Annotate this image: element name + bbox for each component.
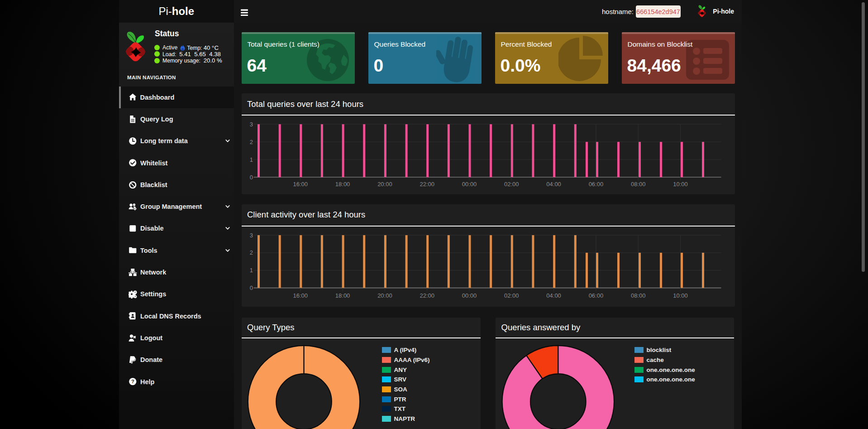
- svg-text:00:00: 00:00: [462, 292, 477, 299]
- svg-text:16:00: 16:00: [293, 181, 308, 188]
- svg-text:06:00: 06:00: [588, 181, 603, 188]
- svg-text:22:00: 22:00: [420, 181, 434, 188]
- svg-text:20:00: 20:00: [377, 181, 392, 188]
- svg-text:08:00: 08:00: [630, 292, 645, 299]
- svg-text:0: 0: [249, 174, 253, 181]
- svg-text:08:00: 08:00: [630, 181, 645, 188]
- svg-text:2: 2: [249, 249, 253, 256]
- svg-text:04:00: 04:00: [546, 292, 561, 299]
- svg-text:18:00: 18:00: [335, 292, 350, 299]
- svg-text:3: 3: [249, 231, 253, 238]
- svg-text:?: ?: [131, 379, 134, 384]
- svg-text:18:00: 18:00: [335, 181, 350, 188]
- svg-text:00:00: 00:00: [462, 181, 477, 188]
- svg-text:1: 1: [249, 267, 253, 274]
- svg-text:1: 1: [249, 156, 253, 163]
- svg-text:10:00: 10:00: [673, 292, 688, 299]
- svg-text:0: 0: [249, 284, 253, 291]
- svg-text:02:00: 02:00: [504, 181, 519, 188]
- svg-text:06:00: 06:00: [588, 292, 603, 299]
- svg-text:16:00: 16:00: [293, 292, 308, 299]
- svg-text:20:00: 20:00: [377, 292, 392, 299]
- svg-text:22:00: 22:00: [420, 292, 434, 299]
- svg-text:02:00: 02:00: [504, 292, 519, 299]
- svg-text:04:00: 04:00: [546, 181, 561, 188]
- svg-text:3: 3: [249, 121, 253, 128]
- svg-text:2: 2: [249, 139, 253, 145]
- svg-text:10:00: 10:00: [673, 181, 688, 188]
